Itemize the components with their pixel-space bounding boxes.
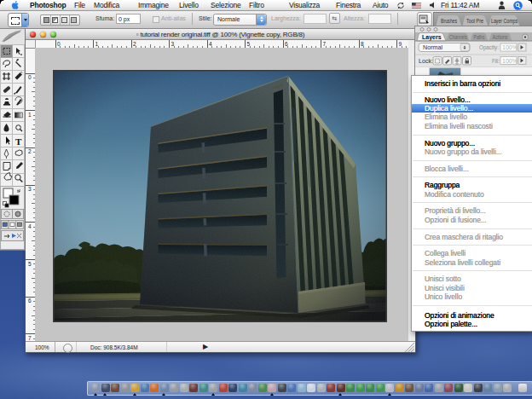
svg-text:Normal: Normal [423,43,443,51]
svg-text:7: 7 [28,335,32,341]
svg-text:100%: 100% [502,44,518,50]
svg-text:Channels: Channels [449,34,468,40]
svg-text:T: T [15,136,22,147]
svg-text:2: 2 [28,148,32,154]
svg-text:100%: 100% [502,58,518,64]
svg-text:4: 4 [28,223,32,229]
svg-text:3: 3 [171,41,175,47]
svg-text:5: 5 [28,261,32,267]
svg-text:5: 5 [247,41,251,47]
svg-text:Tool Pre: Tool Pre [466,18,483,24]
svg-text:0: 0 [57,41,61,47]
svg-text:0: 0 [28,74,32,80]
svg-text:Paths: Paths [474,34,486,40]
svg-text:3: 3 [28,186,32,192]
svg-text:Fill:: Fill: [492,57,500,65]
svg-text:2: 2 [133,41,136,47]
svg-text:Opacity:: Opacity: [479,43,499,51]
svg-text:4: 4 [209,41,212,47]
svg-text:Layer Comps: Layer Comps [491,18,518,25]
svg-text:6: 6 [28,298,32,304]
svg-text:1: 1 [28,112,32,118]
svg-text:9: 9 [399,41,402,47]
svg-text:7: 7 [323,41,327,47]
svg-text:1: 1 [95,41,99,47]
svg-text:8: 8 [361,41,364,47]
svg-text:Brushes: Brushes [441,18,458,24]
svg-text:Layers: Layers [422,34,442,41]
svg-text:Lock:: Lock: [419,57,433,65]
svg-text:6: 6 [285,41,288,47]
svg-text:Actions: Actions [493,34,509,40]
